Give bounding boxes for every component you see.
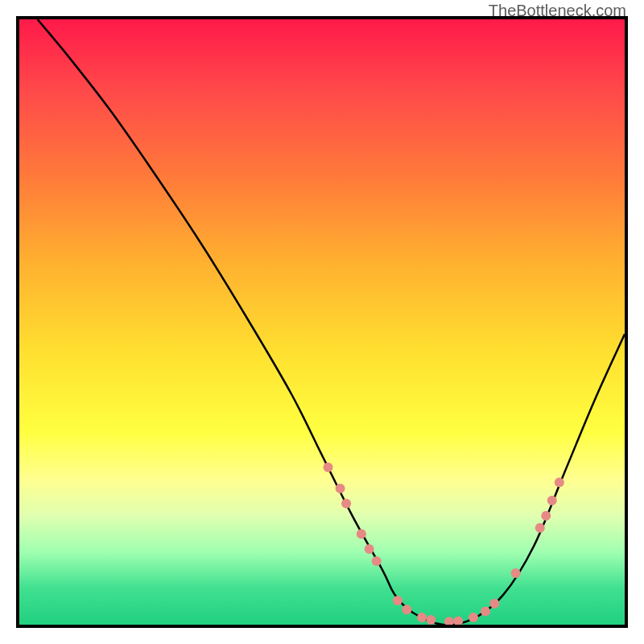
highlight-dot <box>365 544 374 554</box>
highlight-dot <box>535 523 545 533</box>
highlight-dot <box>372 556 382 566</box>
highlight-dot <box>336 484 345 493</box>
highlight-dot <box>453 616 463 625</box>
highlight-dot <box>511 568 521 578</box>
highlight-dot <box>469 613 478 622</box>
highlight-dot <box>481 606 490 616</box>
highlight-dot <box>541 511 551 521</box>
chart-container: TheBottleneck.com <box>0 0 644 644</box>
highlight-dot <box>489 599 499 609</box>
highlight-dot <box>393 596 402 605</box>
plot-area <box>16 16 628 628</box>
highlight-dot <box>324 462 333 472</box>
highlight-dot <box>444 617 454 625</box>
highlight-dot <box>341 499 351 509</box>
highlight-dot <box>426 615 436 625</box>
highlight-dot <box>417 613 427 622</box>
highlight-dot <box>547 496 557 506</box>
highlight-dot <box>555 477 564 487</box>
highlight-dot <box>402 605 411 614</box>
bottleneck-curve <box>38 19 625 625</box>
curve-svg <box>19 19 625 625</box>
highlight-dot <box>357 529 366 539</box>
